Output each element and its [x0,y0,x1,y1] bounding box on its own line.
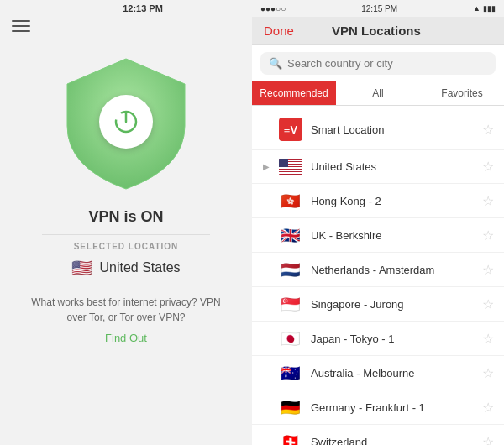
left-panel: 12:13 PM VPN is ON SELECTED LOCATION 🇺� [0,0,252,445]
favorite-star-ch[interactable]: ☆ [482,434,494,446]
left-time: 12:13 PM [89,3,163,13]
location-name-ch: Switzerland [311,436,474,446]
flag-au: 🇦🇺 [279,364,302,381]
battery-icon: ▮▮▮ [483,4,496,13]
selected-location-name: United States [99,260,180,275]
vpn-locations-title: VPN Locations [332,24,421,38]
power-button[interactable] [99,95,153,149]
favorite-star-sg[interactable]: ☆ [482,296,494,312]
flag-uk: 🇬🇧 [279,227,302,243]
right-time: 12:15 PM [361,4,397,13]
location-name-smart: Smart Location [311,123,474,136]
hamburger-line-3 [12,30,30,32]
location-name-us: United States [311,160,474,173]
favorite-star-uk[interactable]: ☆ [482,228,494,243]
expand-arrow-us: ▶ [262,162,270,171]
flag-de: 🇩🇪 [279,399,302,416]
vpn-status-text: VPN is ON [88,208,163,226]
favorite-star-us[interactable]: ☆ [482,159,494,175]
tab-all[interactable]: All [336,81,420,105]
flag-jp: 🇯🇵 [279,330,302,347]
flag-sg: 🇸🇬 [279,296,302,312]
selected-location: 🇺🇸 United States [71,258,180,278]
tab-favorites[interactable]: Favorites [420,81,504,105]
location-item-au[interactable]: 🇦🇺 Australia - Melbourne ☆ [252,356,504,390]
done-button[interactable]: Done [264,24,294,38]
flag-hk: 🇭🇰 [279,192,302,209]
location-item-hk[interactable]: 🇭🇰 Hong Kong - 2 ☆ [252,184,504,218]
selected-location-label: SELECTED LOCATION [74,242,179,251]
right-status-icons: ▲ ▮▮▮ [473,4,496,13]
flag-ch: 🇨🇭 [279,433,302,445]
search-bar: 🔍 [260,52,496,75]
location-item-smart[interactable]: ≡V Smart Location ☆ [252,109,504,150]
hamburger-line-1 [12,20,30,22]
favorite-star-au[interactable]: ☆ [482,365,494,381]
location-name-uk: UK - Berkshire [311,229,474,242]
location-name-hk: Hong Kong - 2 [311,195,474,207]
location-name-au: Australia - Melbourne [311,367,474,380]
divider [42,234,210,235]
location-item-us[interactable]: ▶ United States ☆ [252,150,504,184]
location-item-nl[interactable]: 🇳🇱 Netherlands - Amsterdam ☆ [252,253,504,287]
shield-container [55,50,197,193]
hamburger-line-2 [12,25,30,27]
left-status-bar: 12:13 PM [0,0,252,17]
location-item-sg[interactable]: 🇸🇬 Singapore - Jurong ☆ [252,287,504,322]
location-item-jp[interactable]: 🇯🇵 Japan - Tokyo - 1 ☆ [252,322,504,356]
location-item-ch[interactable]: 🇨🇭 Switzerland ☆ [252,425,504,445]
right-status-bar: ●●●○○ 12:15 PM ▲ ▮▮▮ [252,0,504,17]
favorite-star-nl[interactable]: ☆ [482,262,494,278]
flag-us [279,159,302,175]
right-header: Done VPN Locations [252,17,504,45]
smart-location-icon: ≡V [279,118,302,141]
menu-button[interactable] [12,20,30,32]
favorite-star-jp[interactable]: ☆ [482,331,494,347]
wifi-icon: ▲ [473,4,480,13]
right-panel: ●●●○○ 12:15 PM ▲ ▮▮▮ Done VPN Locations … [252,0,504,445]
selected-flag-icon: 🇺🇸 [71,258,92,278]
location-item-uk[interactable]: 🇬🇧 UK - Berkshire ☆ [252,218,504,253]
search-icon: 🔍 [269,57,282,70]
favorite-star-de[interactable]: ☆ [482,400,494,416]
signal-icons: ●●●○○ [260,4,286,13]
location-name-sg: Singapore - Jurong [311,298,474,311]
location-name-nl: Netherlands - Amsterdam [311,264,474,276]
favorite-star-smart[interactable]: ☆ [482,122,494,138]
promo-text: What works best for internet privacy? VP… [0,295,252,325]
power-icon [113,108,139,135]
find-out-link[interactable]: Find Out [105,332,147,344]
search-input[interactable] [287,57,487,70]
location-name-de: Germany - Frankfurt - 1 [311,401,474,414]
location-item-de[interactable]: 🇩🇪 Germany - Frankfurt - 1 ☆ [252,390,504,425]
tab-recommended[interactable]: Recommended [252,81,336,105]
locations-list: ≡V Smart Location ☆ ▶ United States ☆ 🇭🇰… [252,109,504,445]
flag-nl: 🇳🇱 [279,261,302,278]
location-name-jp: Japan - Tokyo - 1 [311,332,474,345]
tabs-row: Recommended All Favorites [252,81,504,106]
favorite-star-hk[interactable]: ☆ [482,193,494,209]
